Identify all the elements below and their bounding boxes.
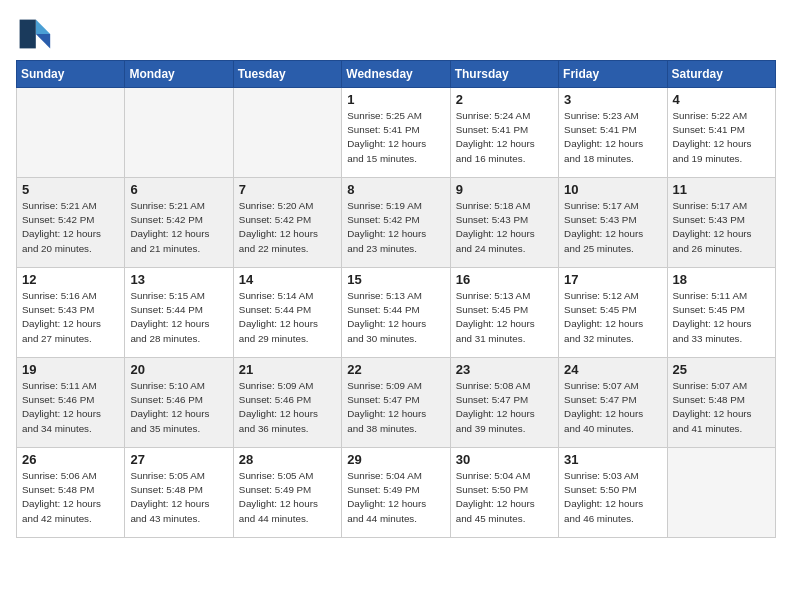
day-number: 30 xyxy=(456,452,553,467)
day-number: 3 xyxy=(564,92,661,107)
calendar-day-cell: 7Sunrise: 5:20 AM Sunset: 5:42 PM Daylig… xyxy=(233,178,341,268)
day-info: Sunrise: 5:13 AM Sunset: 5:44 PM Dayligh… xyxy=(347,289,444,346)
day-info: Sunrise: 5:13 AM Sunset: 5:45 PM Dayligh… xyxy=(456,289,553,346)
calendar-day-cell: 8Sunrise: 5:19 AM Sunset: 5:42 PM Daylig… xyxy=(342,178,450,268)
day-number: 5 xyxy=(22,182,119,197)
calendar-day-cell: 13Sunrise: 5:15 AM Sunset: 5:44 PM Dayli… xyxy=(125,268,233,358)
calendar-day-cell: 1Sunrise: 5:25 AM Sunset: 5:41 PM Daylig… xyxy=(342,88,450,178)
logo xyxy=(16,16,56,52)
calendar-day-cell: 19Sunrise: 5:11 AM Sunset: 5:46 PM Dayli… xyxy=(17,358,125,448)
day-header-friday: Friday xyxy=(559,61,667,88)
day-info: Sunrise: 5:18 AM Sunset: 5:43 PM Dayligh… xyxy=(456,199,553,256)
day-info: Sunrise: 5:03 AM Sunset: 5:50 PM Dayligh… xyxy=(564,469,661,526)
calendar-day-cell: 6Sunrise: 5:21 AM Sunset: 5:42 PM Daylig… xyxy=(125,178,233,268)
calendar-day-cell: 9Sunrise: 5:18 AM Sunset: 5:43 PM Daylig… xyxy=(450,178,558,268)
calendar-day-cell: 17Sunrise: 5:12 AM Sunset: 5:45 PM Dayli… xyxy=(559,268,667,358)
day-info: Sunrise: 5:23 AM Sunset: 5:41 PM Dayligh… xyxy=(564,109,661,166)
day-info: Sunrise: 5:25 AM Sunset: 5:41 PM Dayligh… xyxy=(347,109,444,166)
calendar-day-cell: 12Sunrise: 5:16 AM Sunset: 5:43 PM Dayli… xyxy=(17,268,125,358)
day-info: Sunrise: 5:21 AM Sunset: 5:42 PM Dayligh… xyxy=(22,199,119,256)
calendar-day-cell: 16Sunrise: 5:13 AM Sunset: 5:45 PM Dayli… xyxy=(450,268,558,358)
day-number: 4 xyxy=(673,92,770,107)
day-info: Sunrise: 5:09 AM Sunset: 5:46 PM Dayligh… xyxy=(239,379,336,436)
calendar-day-cell: 24Sunrise: 5:07 AM Sunset: 5:47 PM Dayli… xyxy=(559,358,667,448)
day-number: 13 xyxy=(130,272,227,287)
day-header-wednesday: Wednesday xyxy=(342,61,450,88)
day-info: Sunrise: 5:06 AM Sunset: 5:48 PM Dayligh… xyxy=(22,469,119,526)
day-header-saturday: Saturday xyxy=(667,61,775,88)
day-info: Sunrise: 5:16 AM Sunset: 5:43 PM Dayligh… xyxy=(22,289,119,346)
day-number: 7 xyxy=(239,182,336,197)
day-header-thursday: Thursday xyxy=(450,61,558,88)
day-number: 20 xyxy=(130,362,227,377)
day-number: 11 xyxy=(673,182,770,197)
calendar-day-cell: 3Sunrise: 5:23 AM Sunset: 5:41 PM Daylig… xyxy=(559,88,667,178)
day-info: Sunrise: 5:11 AM Sunset: 5:46 PM Dayligh… xyxy=(22,379,119,436)
day-info: Sunrise: 5:08 AM Sunset: 5:47 PM Dayligh… xyxy=(456,379,553,436)
day-info: Sunrise: 5:20 AM Sunset: 5:42 PM Dayligh… xyxy=(239,199,336,256)
calendar-day-cell: 14Sunrise: 5:14 AM Sunset: 5:44 PM Dayli… xyxy=(233,268,341,358)
day-number: 15 xyxy=(347,272,444,287)
calendar-day-cell xyxy=(667,448,775,538)
calendar-day-cell: 28Sunrise: 5:05 AM Sunset: 5:49 PM Dayli… xyxy=(233,448,341,538)
day-info: Sunrise: 5:05 AM Sunset: 5:48 PM Dayligh… xyxy=(130,469,227,526)
day-info: Sunrise: 5:19 AM Sunset: 5:42 PM Dayligh… xyxy=(347,199,444,256)
day-number: 19 xyxy=(22,362,119,377)
day-number: 24 xyxy=(564,362,661,377)
day-info: Sunrise: 5:10 AM Sunset: 5:46 PM Dayligh… xyxy=(130,379,227,436)
svg-marker-1 xyxy=(36,34,50,48)
day-number: 22 xyxy=(347,362,444,377)
day-number: 2 xyxy=(456,92,553,107)
day-info: Sunrise: 5:05 AM Sunset: 5:49 PM Dayligh… xyxy=(239,469,336,526)
day-info: Sunrise: 5:07 AM Sunset: 5:48 PM Dayligh… xyxy=(673,379,770,436)
day-info: Sunrise: 5:12 AM Sunset: 5:45 PM Dayligh… xyxy=(564,289,661,346)
day-info: Sunrise: 5:22 AM Sunset: 5:41 PM Dayligh… xyxy=(673,109,770,166)
calendar-week-row: 5Sunrise: 5:21 AM Sunset: 5:42 PM Daylig… xyxy=(17,178,776,268)
calendar-day-cell: 26Sunrise: 5:06 AM Sunset: 5:48 PM Dayli… xyxy=(17,448,125,538)
day-info: Sunrise: 5:04 AM Sunset: 5:49 PM Dayligh… xyxy=(347,469,444,526)
day-number: 16 xyxy=(456,272,553,287)
calendar-day-cell: 25Sunrise: 5:07 AM Sunset: 5:48 PM Dayli… xyxy=(667,358,775,448)
day-header-tuesday: Tuesday xyxy=(233,61,341,88)
day-number: 9 xyxy=(456,182,553,197)
calendar-day-cell: 30Sunrise: 5:04 AM Sunset: 5:50 PM Dayli… xyxy=(450,448,558,538)
calendar-day-cell xyxy=(17,88,125,178)
day-number: 14 xyxy=(239,272,336,287)
day-number: 6 xyxy=(130,182,227,197)
calendar-day-cell: 22Sunrise: 5:09 AM Sunset: 5:47 PM Dayli… xyxy=(342,358,450,448)
day-info: Sunrise: 5:11 AM Sunset: 5:45 PM Dayligh… xyxy=(673,289,770,346)
calendar-day-cell xyxy=(233,88,341,178)
day-number: 31 xyxy=(564,452,661,467)
day-info: Sunrise: 5:24 AM Sunset: 5:41 PM Dayligh… xyxy=(456,109,553,166)
calendar-day-cell: 2Sunrise: 5:24 AM Sunset: 5:41 PM Daylig… xyxy=(450,88,558,178)
calendar-day-cell: 18Sunrise: 5:11 AM Sunset: 5:45 PM Dayli… xyxy=(667,268,775,358)
calendar: SundayMondayTuesdayWednesdayThursdayFrid… xyxy=(16,60,776,538)
calendar-day-cell: 10Sunrise: 5:17 AM Sunset: 5:43 PM Dayli… xyxy=(559,178,667,268)
calendar-day-cell: 21Sunrise: 5:09 AM Sunset: 5:46 PM Dayli… xyxy=(233,358,341,448)
day-number: 12 xyxy=(22,272,119,287)
calendar-header-row: SundayMondayTuesdayWednesdayThursdayFrid… xyxy=(17,61,776,88)
day-number: 21 xyxy=(239,362,336,377)
calendar-day-cell: 27Sunrise: 5:05 AM Sunset: 5:48 PM Dayli… xyxy=(125,448,233,538)
calendar-week-row: 19Sunrise: 5:11 AM Sunset: 5:46 PM Dayli… xyxy=(17,358,776,448)
day-number: 23 xyxy=(456,362,553,377)
page-header xyxy=(16,16,776,52)
day-number: 10 xyxy=(564,182,661,197)
calendar-day-cell: 20Sunrise: 5:10 AM Sunset: 5:46 PM Dayli… xyxy=(125,358,233,448)
calendar-day-cell: 31Sunrise: 5:03 AM Sunset: 5:50 PM Dayli… xyxy=(559,448,667,538)
day-info: Sunrise: 5:14 AM Sunset: 5:44 PM Dayligh… xyxy=(239,289,336,346)
day-info: Sunrise: 5:17 AM Sunset: 5:43 PM Dayligh… xyxy=(564,199,661,256)
calendar-week-row: 26Sunrise: 5:06 AM Sunset: 5:48 PM Dayli… xyxy=(17,448,776,538)
calendar-day-cell: 5Sunrise: 5:21 AM Sunset: 5:42 PM Daylig… xyxy=(17,178,125,268)
day-info: Sunrise: 5:15 AM Sunset: 5:44 PM Dayligh… xyxy=(130,289,227,346)
day-number: 28 xyxy=(239,452,336,467)
calendar-day-cell: 29Sunrise: 5:04 AM Sunset: 5:49 PM Dayli… xyxy=(342,448,450,538)
svg-marker-0 xyxy=(36,20,50,34)
day-number: 29 xyxy=(347,452,444,467)
day-info: Sunrise: 5:21 AM Sunset: 5:42 PM Dayligh… xyxy=(130,199,227,256)
day-info: Sunrise: 5:09 AM Sunset: 5:47 PM Dayligh… xyxy=(347,379,444,436)
calendar-day-cell: 11Sunrise: 5:17 AM Sunset: 5:43 PM Dayli… xyxy=(667,178,775,268)
day-info: Sunrise: 5:17 AM Sunset: 5:43 PM Dayligh… xyxy=(673,199,770,256)
day-info: Sunrise: 5:07 AM Sunset: 5:47 PM Dayligh… xyxy=(564,379,661,436)
calendar-day-cell: 15Sunrise: 5:13 AM Sunset: 5:44 PM Dayli… xyxy=(342,268,450,358)
